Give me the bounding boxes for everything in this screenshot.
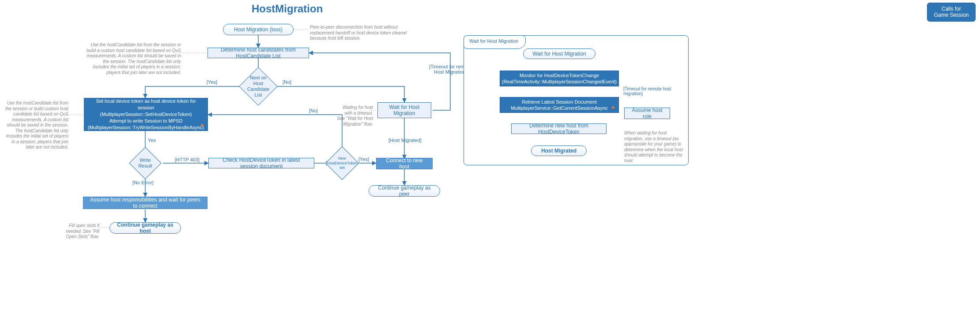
- next-candidate-label: Next on Host Candidate List: [245, 75, 272, 98]
- wait-host-migration: Wait for Host Migration: [377, 102, 431, 118]
- r-monitor-l2: (RealTimeActivity::MultiplayerSessionCha…: [502, 78, 617, 85]
- write-result-label: Write Result: [134, 157, 157, 169]
- lbl-http403: [HTTP 403]: [175, 157, 200, 162]
- annot-wait: Waiting for host with a timeout. See "Wa…: [335, 105, 373, 127]
- check-token: Check HostDeviceToken in latest session …: [208, 158, 314, 168]
- write-result-diamond: Write Result: [134, 152, 157, 175]
- container-tab: Wait for Host Migration: [464, 35, 526, 49]
- next-candidate-diamond: Next on Host Candidate List: [245, 73, 272, 100]
- r-retrieve-l2: MultiplayerService::GetCurrentSessionAsy…: [511, 105, 607, 111]
- r-wait-start: Wait for Host Migration: [523, 48, 596, 59]
- set-local-l2: (MultiplayerSession::SetHostDeviceToken): [100, 111, 192, 118]
- annot-setlocal: Use the hostCandidate list from the sess…: [4, 101, 68, 150]
- assume-host-responsibilities: Assume host responsibilities and wait fo…: [83, 197, 207, 209]
- lbl-no-2: [No]: [309, 108, 318, 113]
- connect-new-host: Connect to new host: [376, 158, 433, 169]
- annot-fill: Fill open slots if needed. See "Fill Ope…: [57, 223, 99, 240]
- lbl-no-1: [No]: [283, 79, 291, 85]
- lbl-timeout-right: [Timeout for remote host migration]: [623, 86, 685, 96]
- star-icon: ✦: [200, 121, 205, 130]
- set-local-l4: (MultiplayerSession::TryWriteSessionByHa…: [88, 124, 204, 131]
- continue-host: Continue gameplay as host: [109, 222, 181, 234]
- star-icon-2: ✦: [611, 104, 616, 112]
- annot-right: When waiting for host migration, use a t…: [624, 131, 684, 164]
- annot-determine: Use the hostCandidate list from the sess…: [86, 42, 181, 75]
- annot-start: Peer-to-peer disconnection from host wit…: [310, 25, 407, 41]
- r-monitor: Monitor for HostDeviceTokenChange (RealT…: [500, 71, 619, 86]
- set-local-l3: Attempt to write Session to MPSD: [109, 118, 183, 124]
- r-retrieve-l1: Retrieve Latest Session Document: [522, 99, 596, 105]
- lbl-yes-word: Yes: [148, 138, 156, 143]
- set-local-token: Set local device token as host device to…: [84, 98, 208, 131]
- r-migrated: Host Migrated: [531, 145, 587, 156]
- r-detnew: Determine new host from HostDeviceToken: [511, 123, 607, 134]
- r-assume-role: Assume host role: [624, 108, 670, 119]
- new-token-label: New HostDeviceToken set: [324, 156, 360, 170]
- new-token-diamond: New HostDeviceToken set: [330, 151, 354, 175]
- lbl-yes-1: [Yes]: [207, 79, 217, 85]
- calls-badge: Calls for Game Session: [927, 3, 976, 22]
- set-local-l1: Set local device token as host device to…: [89, 98, 203, 111]
- r-monitor-l1: Monitor for HostDeviceTokenChange: [520, 72, 599, 78]
- determine-candidates: Determine host candidates from HostCandi…: [207, 48, 309, 58]
- r-retrieve: Retrieve Latest Session Document Multipl…: [500, 97, 619, 113]
- page-title: HostMigration: [252, 3, 323, 15]
- lbl-host-migrated: [Host Migrated]: [388, 138, 422, 143]
- continue-peer: Continue gameplay as peer: [369, 185, 440, 197]
- lbl-noerror: [No Error]: [132, 180, 154, 185]
- start-node: Host Migration (loss): [223, 24, 294, 35]
